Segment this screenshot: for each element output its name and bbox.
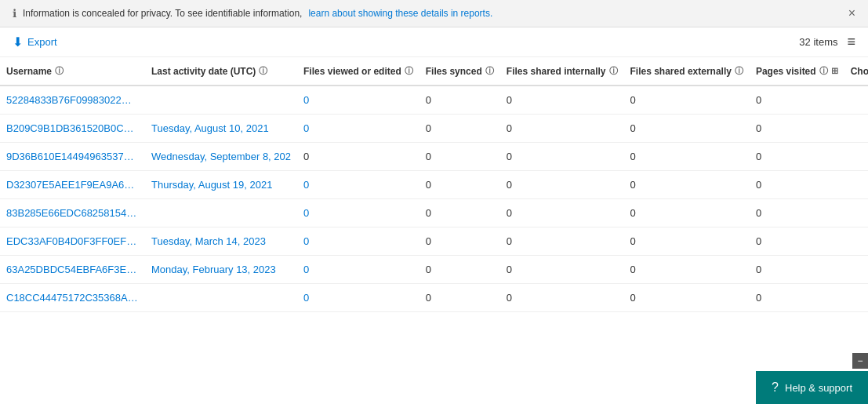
cell-username[interactable]: 52284833B76F09983022CD5 [0, 86, 145, 115]
minimize-button[interactable]: − [852, 353, 868, 369]
table-row: 63A25DBDC54EBFA6F3E810A Monday, February… [0, 256, 868, 284]
files-shared-int-info-icon[interactable]: ⓘ [609, 65, 618, 77]
cell-choose [844, 256, 868, 284]
col-username-label: Username [6, 66, 52, 77]
col-header-files-shared-int: Files shared internally ⓘ [500, 57, 624, 86]
cell-last-activity: Tuesday, August 10, 2021 [145, 115, 297, 143]
help-support-panel[interactable]: ? Help & support [756, 371, 868, 404]
cell-files-shared-int: 0 [500, 256, 624, 284]
table-row: D32307E5AEE1F9EA9A6810C5 Thursday, Augus… [0, 171, 868, 199]
cell-pages-visited: 0 [750, 199, 844, 227]
pages-visited-grid-icon[interactable]: ⊞ [831, 66, 838, 76]
table-row: 9D36B610E1449496353775D8 Wednesday, Sept… [0, 143, 868, 171]
cell-last-activity [145, 284, 297, 312]
files-shared-ext-info-icon[interactable]: ⓘ [735, 65, 743, 77]
cell-files-shared-ext: 0 [624, 115, 750, 143]
info-link[interactable]: learn about showing these details in rep… [308, 8, 492, 19]
cell-files-shared-int: 0 [500, 143, 624, 171]
cell-files-shared-int: 0 [500, 199, 624, 227]
cell-pages-visited: 0 [750, 115, 844, 143]
info-icon: ℹ [13, 7, 16, 20]
cell-choose [844, 86, 868, 115]
help-support-label: Help & support [785, 382, 852, 394]
username-info-icon[interactable]: ⓘ [55, 65, 64, 77]
item-count: 32 items [799, 36, 837, 48]
cell-username[interactable]: C18CC44475172C35368AE183 [0, 284, 145, 312]
cell-username[interactable]: EDC33AF0B4D0F3FF0EF69C0 [0, 227, 145, 256]
cell-files-viewed: 0 [297, 199, 419, 227]
col-header-username: Username ⓘ [0, 57, 145, 86]
cell-files-synced: 0 [419, 284, 500, 312]
cell-last-activity: Thursday, August 19, 2021 [145, 171, 297, 199]
table-row: 52284833B76F09983022CD5 0 0 0 0 0 [0, 86, 868, 115]
info-bar: ℹ Information is concealed for privacy. … [0, 0, 868, 27]
col-last-activity-label: Last activity date (UTC) [151, 66, 256, 77]
col-choose-columns-label: Choose columns [851, 66, 868, 77]
cell-choose [844, 115, 868, 143]
col-files-shared-ext-label: Files shared externally [630, 66, 732, 77]
cell-files-shared-ext: 0 [624, 284, 750, 312]
cell-username[interactable]: B209C9B1DB361520B0C274C [0, 115, 145, 143]
cell-files-synced: 0 [419, 115, 500, 143]
cell-pages-visited: 0 [750, 86, 844, 115]
table-row: EDC33AF0B4D0F3FF0EF69C0 Tuesday, March 1… [0, 227, 868, 256]
cell-files-shared-int: 0 [500, 284, 624, 312]
pages-visited-info-icon[interactable]: ⓘ [819, 65, 828, 77]
col-header-files-synced: Files synced ⓘ [419, 57, 500, 86]
table-row: 83B285E66EDC682581546D4 0 0 0 0 0 [0, 199, 868, 227]
cell-files-shared-int: 0 [500, 115, 624, 143]
cell-files-shared-ext: 0 [624, 143, 750, 171]
toolbar-right: 32 items ≡ [799, 34, 855, 50]
help-icon: ? [772, 380, 779, 395]
cell-files-synced: 0 [419, 227, 500, 256]
data-table: Username ⓘ Last activity date (UTC) ⓘ Fi… [0, 57, 868, 312]
table-body: 52284833B76F09983022CD5 0 0 0 0 0 B209C9… [0, 86, 868, 312]
cell-files-synced: 0 [419, 171, 500, 199]
cell-choose [844, 199, 868, 227]
cell-last-activity: Tuesday, March 14, 2023 [145, 227, 297, 256]
cell-choose [844, 284, 868, 312]
cell-username[interactable]: 83B285E66EDC682581546D4 [0, 199, 145, 227]
close-icon[interactable]: × [848, 6, 855, 20]
col-header-pages-visited: Pages visited ⓘ ⊞ [750, 57, 844, 86]
col-header-choose-columns[interactable]: Choose columns [844, 57, 868, 86]
cell-pages-visited: 0 [750, 171, 844, 199]
cell-files-viewed: 0 [297, 227, 419, 256]
cell-pages-visited: 0 [750, 227, 844, 256]
cell-username[interactable]: D32307E5AEE1F9EA9A6810C5 [0, 171, 145, 199]
files-synced-info-icon[interactable]: ⓘ [485, 65, 494, 77]
cell-pages-visited: 0 [750, 256, 844, 284]
col-files-synced-label: Files synced [426, 66, 482, 77]
cell-files-viewed: 0 [297, 86, 419, 115]
cell-last-activity: Wednesday, September 8, 202 [145, 143, 297, 171]
col-header-last-activity: Last activity date (UTC) ⓘ [145, 57, 297, 86]
info-bar-content: ℹ Information is concealed for privacy. … [13, 7, 492, 20]
cell-files-synced: 0 [419, 256, 500, 284]
cell-files-shared-ext: 0 [624, 256, 750, 284]
toolbar: ⬇ Export 32 items ≡ [0, 27, 868, 57]
cell-username[interactable]: 63A25DBDC54EBFA6F3E810A [0, 256, 145, 284]
cell-last-activity [145, 86, 297, 115]
info-message: Information is concealed for privacy. To… [23, 8, 302, 19]
cell-files-viewed: 0 [297, 171, 419, 199]
cell-files-synced: 0 [419, 143, 500, 171]
cell-files-viewed: 0 [297, 256, 419, 284]
cell-choose [844, 227, 868, 256]
cell-files-shared-ext: 0 [624, 171, 750, 199]
col-files-shared-int-label: Files shared internally [507, 66, 606, 77]
cell-files-viewed: 0 [297, 115, 419, 143]
col-files-viewed-label: Files viewed or edited [303, 66, 401, 77]
cell-files-shared-int: 0 [500, 171, 624, 199]
export-label: Export [27, 36, 57, 48]
cell-pages-visited: 0 [750, 284, 844, 312]
files-viewed-info-icon[interactable]: ⓘ [405, 65, 413, 77]
cell-files-viewed: 0 [297, 143, 419, 171]
cell-pages-visited: 0 [750, 143, 844, 171]
menu-icon[interactable]: ≡ [847, 34, 855, 50]
table-row: C18CC44475172C35368AE183 0 0 0 0 0 [0, 284, 868, 312]
export-button[interactable]: ⬇ Export [13, 35, 57, 49]
col-header-files-viewed: Files viewed or edited ⓘ [297, 57, 419, 86]
cell-files-shared-ext: 0 [624, 86, 750, 115]
last-activity-info-icon[interactable]: ⓘ [259, 65, 267, 77]
cell-username[interactable]: 9D36B610E1449496353775D8 [0, 143, 145, 171]
